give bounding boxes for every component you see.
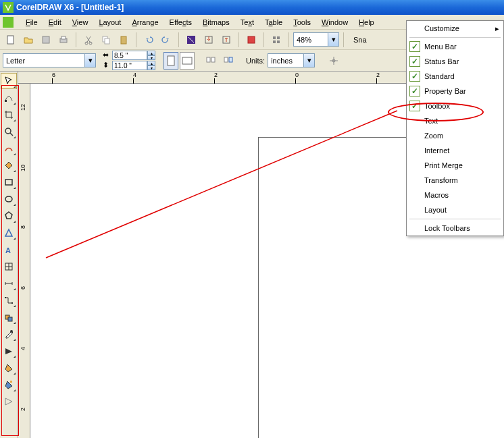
svg-rect-24 — [5, 100, 7, 102]
basic-shapes-tool[interactable] — [1, 225, 17, 241]
units-dropdown-icon[interactable]: ▾ — [303, 54, 314, 67]
svg-point-25 — [5, 128, 11, 134]
import-button[interactable] — [201, 32, 217, 48]
svg-text:A: A — [5, 246, 11, 254]
crop-tool[interactable] — [1, 107, 17, 123]
interactive-tool[interactable] — [1, 309, 17, 325]
svg-rect-21 — [224, 57, 228, 62]
appstarter-button[interactable] — [268, 32, 284, 48]
pick-tool[interactable] — [1, 73, 17, 89]
svg-rect-15 — [273, 40, 276, 43]
check-icon: ✓ — [409, 56, 420, 67]
cut-button[interactable] — [80, 32, 97, 48]
zoom-tool[interactable] — [1, 124, 17, 140]
svg-rect-0 — [7, 36, 14, 44]
height-up[interactable]: ▴ — [147, 61, 155, 65]
paste-button[interactable] — [116, 32, 132, 48]
menu-bitmaps[interactable]: Bitmaps — [197, 17, 235, 28]
svg-rect-7 — [105, 38, 109, 44]
connector-tool[interactable] — [1, 292, 17, 308]
undo-button[interactable] — [141, 32, 157, 48]
portrait-button[interactable] — [163, 52, 178, 70]
menu-lock-toolbars[interactable]: Lock Toolbars — [407, 221, 503, 236]
publish-button[interactable] — [243, 32, 259, 48]
page-width-input[interactable] — [112, 51, 147, 60]
svg-rect-26 — [5, 180, 12, 185]
svg-rect-12 — [248, 36, 255, 43]
redo-button[interactable] — [158, 32, 174, 48]
search-button[interactable] — [183, 32, 199, 48]
svg-rect-13 — [273, 36, 276, 39]
copy-button[interactable] — [98, 32, 114, 48]
units-input[interactable] — [268, 57, 303, 65]
width-up[interactable]: ▴ — [147, 51, 155, 55]
menu-layout-toolbar[interactable]: Layout — [407, 202, 503, 217]
rectangle-tool[interactable] — [1, 174, 17, 190]
height-icon: ⬍ — [103, 61, 112, 70]
width-down[interactable]: ▾ — [147, 55, 155, 60]
polygon-tool[interactable] — [1, 208, 17, 224]
interactive-fill-tool[interactable] — [1, 377, 17, 393]
menu-zoom-toolbar[interactable]: Zoom — [407, 128, 503, 143]
save-button[interactable] — [38, 32, 54, 48]
outline-tool[interactable] — [1, 343, 17, 359]
menu-window[interactable]: Window — [316, 17, 353, 28]
current-page-button[interactable] — [220, 53, 236, 69]
height-down[interactable]: ▾ — [147, 65, 155, 70]
menu-statusbar[interactable]: ✓Status Bar — [407, 54, 503, 69]
all-pages-button[interactable] — [203, 53, 219, 69]
zoom-input[interactable] — [294, 36, 328, 44]
ruler-vertical: 12 10 8 6 4 2 — [18, 84, 30, 438]
smart-drawing-tool[interactable] — [1, 393, 17, 410]
menu-table[interactable]: Table — [259, 17, 288, 28]
smart-fill-tool[interactable] — [1, 157, 17, 173]
ellipse-tool[interactable] — [1, 191, 17, 207]
menu-text-toolbar[interactable]: Text — [407, 113, 503, 128]
menu-file[interactable]: File — [20, 17, 43, 28]
text-tool[interactable]: A — [1, 242, 17, 258]
svg-rect-19 — [207, 57, 210, 62]
menu-text[interactable]: Text — [235, 17, 259, 28]
table-tool[interactable] — [1, 258, 17, 275]
menu-transform[interactable]: Transform — [407, 173, 503, 188]
landscape-button[interactable] — [180, 52, 195, 70]
eyedropper-tool[interactable] — [1, 326, 17, 342]
menu-internet[interactable]: Internet — [407, 143, 503, 158]
menu-toolbox[interactable]: ✓Toolbox — [407, 99, 503, 113]
units-combo[interactable]: ▾ — [268, 53, 315, 67]
svg-rect-14 — [277, 36, 280, 39]
dimension-tool[interactable] — [1, 275, 17, 292]
menu-arrange[interactable]: Arrange — [126, 17, 163, 28]
page-height-input[interactable] — [112, 61, 147, 70]
menu-help[interactable]: Help — [353, 17, 380, 28]
fill-tool[interactable] — [1, 360, 17, 376]
menu-tools[interactable]: Tools — [288, 17, 316, 28]
menu-layout[interactable]: Layout — [93, 17, 126, 28]
toolbars-context-menu: Customize ▸ ✓Menu Bar ✓Status Bar ✓Stand… — [406, 20, 504, 236]
nudge-button[interactable] — [326, 53, 342, 69]
menu-view[interactable]: View — [67, 17, 94, 28]
menu-menubar[interactable]: ✓Menu Bar — [407, 39, 503, 54]
export-button[interactable] — [218, 32, 234, 48]
freehand-tool[interactable] — [1, 140, 17, 157]
new-button[interactable] — [3, 32, 19, 48]
units-label: Units: — [246, 57, 265, 65]
open-button[interactable] — [20, 32, 36, 48]
shape-tool[interactable] — [1, 90, 17, 106]
menu-printmerge[interactable]: Print Merge — [407, 158, 503, 173]
menu-standard[interactable]: ✓Standard — [407, 69, 503, 84]
zoom-combo[interactable]: ▾ — [293, 32, 339, 47]
menu-edit[interactable]: Edit — [43, 17, 67, 28]
menu-macros[interactable]: Macros — [407, 188, 503, 202]
paper-combo[interactable]: ▾ — [3, 53, 96, 67]
check-icon: ✓ — [409, 101, 420, 111]
print-button[interactable] — [55, 32, 72, 48]
menu-propertybar[interactable]: ✓Property Bar — [407, 84, 503, 99]
menu-effects[interactable]: Effects — [164, 17, 197, 28]
menu-customize[interactable]: Customize ▸ — [407, 21, 503, 36]
page-dimensions: ⬌ ▴▾ ⬍ ▴▾ — [103, 51, 155, 70]
paper-input[interactable] — [3, 57, 84, 65]
submenu-arrow-icon: ▸ — [495, 24, 499, 33]
paper-dropdown-icon[interactable]: ▾ — [84, 54, 95, 67]
zoom-dropdown-icon[interactable]: ▾ — [328, 33, 338, 46]
